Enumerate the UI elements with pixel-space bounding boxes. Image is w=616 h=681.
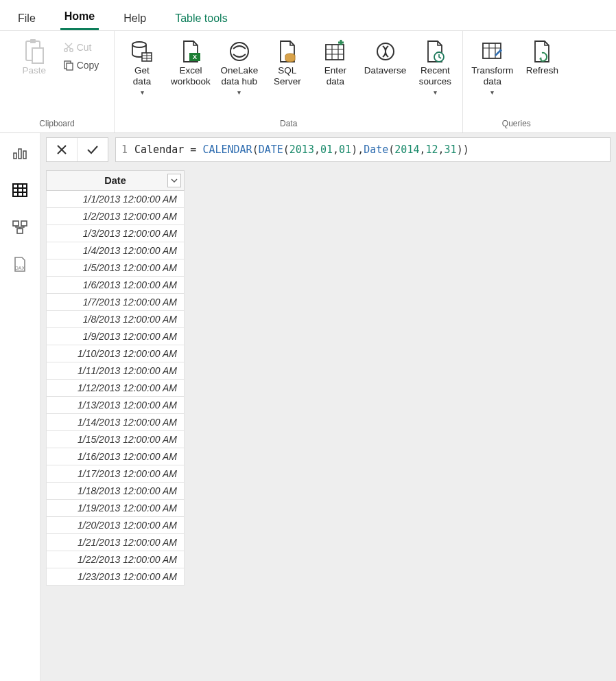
dataverse-button[interactable]: Dataverse	[362, 38, 410, 78]
table-row[interactable]: 1/21/2013 12:00:00 AM	[47, 534, 185, 551]
data-grid[interactable]: Date 1/1/2013 12:00:00 AM1/2/2013 12:00:…	[40, 166, 616, 681]
date-cell[interactable]: 1/11/2013 12:00:00 AM	[47, 362, 185, 380]
chevron-down-icon	[171, 177, 178, 184]
group-label-data: Data	[120, 117, 457, 131]
model-view-button[interactable]	[10, 217, 30, 238]
date-cell[interactable]: 1/15/2013 12:00:00 AM	[47, 431, 185, 448]
formula-bar: 1Calendar = CALENDAR(DATE(2013,01,01),Da…	[40, 133, 616, 166]
formula-token: 2013	[289, 143, 314, 156]
date-cell[interactable]: 1/19/2013 12:00:00 AM	[47, 500, 185, 517]
recent-label: Recent sources	[419, 65, 451, 87]
menu-tabs: File Home Help Table tools	[0, 0, 616, 31]
chevron-down-icon: ▾	[141, 89, 144, 96]
date-cell[interactable]: 1/5/2013 12:00:00 AM	[47, 259, 185, 277]
date-cell[interactable]: 1/10/2013 12:00:00 AM	[47, 345, 185, 362]
svg-rect-2	[32, 48, 43, 63]
commit-formula-button[interactable]	[78, 143, 108, 156]
recent-sources-button[interactable]: Recent sources ▾	[413, 38, 457, 97]
tab-table-tools[interactable]: Table tools	[171, 5, 232, 30]
table-row[interactable]: 1/11/2013 12:00:00 AM	[47, 362, 185, 380]
formula-token: ,	[419, 143, 425, 156]
line-number: 1	[121, 143, 128, 156]
table-row[interactable]: 1/17/2013 12:00:00 AM	[47, 465, 185, 483]
table-row[interactable]: 1/12/2013 12:00:00 AM	[47, 380, 185, 397]
svg-rect-16	[14, 153, 16, 159]
date-cell[interactable]: 1/20/2013 12:00:00 AM	[47, 517, 185, 534]
report-view-button[interactable]	[10, 143, 30, 163]
copy-button[interactable]: Copy	[60, 58, 102, 72]
formula-token: Calendar =	[134, 143, 202, 156]
group-queries: Transform data ▾ Refresh Queries	[463, 31, 569, 132]
dax-view-button[interactable]: DAX	[10, 254, 30, 275]
data-view-button[interactable]	[10, 180, 30, 200]
date-cell[interactable]: 1/1/2013 12:00:00 AM	[47, 191, 185, 208]
date-cell[interactable]: 1/9/2013 12:00:00 AM	[47, 328, 185, 345]
cut-button[interactable]: Cut	[60, 41, 102, 54]
tab-home[interactable]: Home	[60, 3, 99, 30]
date-cell[interactable]: 1/4/2013 12:00:00 AM	[47, 242, 185, 259]
formula-token: ,	[314, 143, 320, 156]
cancel-formula-button[interactable]	[47, 143, 77, 156]
date-cell[interactable]: 1/18/2013 12:00:00 AM	[47, 483, 185, 500]
column-filter-button[interactable]	[167, 174, 181, 187]
formula-token: DATE	[259, 143, 283, 156]
tab-file[interactable]: File	[14, 5, 40, 30]
table-row[interactable]: 1/1/2013 12:00:00 AM	[47, 191, 185, 208]
svg-rect-15	[483, 43, 501, 58]
transform-data-button[interactable]: Transform data ▾	[469, 38, 516, 97]
date-cell[interactable]: 1/16/2013 12:00:00 AM	[47, 448, 185, 465]
table-row[interactable]: 1/22/2013 12:00:00 AM	[47, 551, 185, 568]
column-header-label: Date	[104, 175, 126, 186]
date-cell[interactable]: 1/6/2013 12:00:00 AM	[47, 277, 185, 294]
table-row[interactable]: 1/10/2013 12:00:00 AM	[47, 345, 185, 362]
date-cell[interactable]: 1/12/2013 12:00:00 AM	[47, 380, 185, 397]
formula-input[interactable]: 1Calendar = CALENDAR(DATE(2013,01,01),Da…	[115, 137, 611, 162]
refresh-label: Refresh	[526, 65, 558, 76]
onelake-button[interactable]: OneLake data hub ▾	[217, 38, 261, 97]
formula-token: )	[463, 143, 469, 156]
svg-rect-17	[19, 149, 21, 159]
formula-token: 01	[320, 143, 333, 156]
table-row[interactable]: 1/13/2013 12:00:00 AM	[47, 397, 185, 414]
transform-icon	[480, 39, 505, 64]
sql-icon	[275, 39, 300, 64]
date-cell[interactable]: 1/7/2013 12:00:00 AM	[47, 294, 185, 311]
table-row[interactable]: 1/2/2013 12:00:00 AM	[47, 208, 185, 225]
date-cell[interactable]: 1/21/2013 12:00:00 AM	[47, 534, 185, 551]
date-cell[interactable]: 1/23/2013 12:00:00 AM	[47, 568, 185, 586]
tab-help[interactable]: Help	[119, 5, 150, 30]
date-cell[interactable]: 1/14/2013 12:00:00 AM	[47, 414, 185, 431]
svg-rect-13	[326, 45, 344, 60]
column-header-date[interactable]: Date	[47, 171, 185, 191]
table-row[interactable]: 1/8/2013 12:00:00 AM	[47, 311, 185, 328]
table-row[interactable]: 1/6/2013 12:00:00 AM	[47, 277, 185, 294]
table-row[interactable]: 1/18/2013 12:00:00 AM	[47, 483, 185, 500]
table-row[interactable]: 1/14/2013 12:00:00 AM	[47, 414, 185, 431]
enter-data-button[interactable]: Enter data	[313, 38, 357, 89]
table-row[interactable]: 1/4/2013 12:00:00 AM	[47, 242, 185, 259]
table-row[interactable]: 1/16/2013 12:00:00 AM	[47, 448, 185, 465]
workspace: DAX 1Calendar = CALENDAR(DATE(2013,01,01…	[0, 133, 616, 681]
excel-workbook-button[interactable]: X Excel workbook	[168, 38, 213, 89]
transform-label: Transform data	[471, 65, 513, 87]
get-data-button[interactable]: Get data ▾	[120, 38, 164, 97]
date-cell[interactable]: 1/17/2013 12:00:00 AM	[47, 465, 185, 483]
date-cell[interactable]: 1/3/2013 12:00:00 AM	[47, 225, 185, 242]
table-row[interactable]: 1/20/2013 12:00:00 AM	[47, 517, 185, 534]
table-row[interactable]: 1/5/2013 12:00:00 AM	[47, 259, 185, 277]
model-icon	[12, 219, 28, 235]
date-cell[interactable]: 1/13/2013 12:00:00 AM	[47, 397, 185, 414]
table-row[interactable]: 1/7/2013 12:00:00 AM	[47, 294, 185, 311]
table-row[interactable]: 1/15/2013 12:00:00 AM	[47, 431, 185, 448]
table-row[interactable]: 1/9/2013 12:00:00 AM	[47, 328, 185, 345]
formula-token: (	[283, 143, 289, 156]
date-cell[interactable]: 1/2/2013 12:00:00 AM	[47, 208, 185, 225]
date-cell[interactable]: 1/8/2013 12:00:00 AM	[47, 311, 185, 328]
table-row[interactable]: 1/23/2013 12:00:00 AM	[47, 568, 185, 586]
paste-button[interactable]: Paste	[12, 38, 56, 78]
date-cell[interactable]: 1/22/2013 12:00:00 AM	[47, 551, 185, 568]
table-row[interactable]: 1/19/2013 12:00:00 AM	[47, 500, 185, 517]
refresh-button[interactable]: Refresh	[520, 38, 564, 78]
table-row[interactable]: 1/3/2013 12:00:00 AM	[47, 225, 185, 242]
sql-server-button[interactable]: SQL Server	[265, 38, 309, 89]
